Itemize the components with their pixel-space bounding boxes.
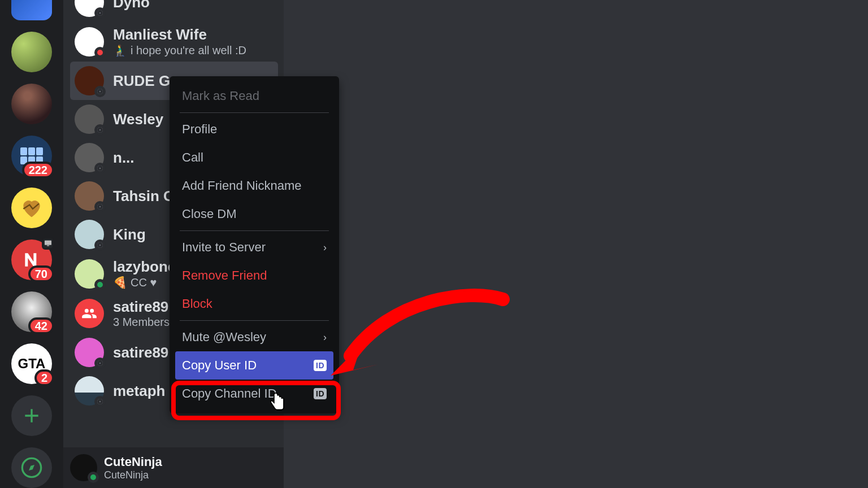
- self-username: CuteNinja: [104, 455, 162, 469]
- chevron-right-icon: ›: [323, 242, 327, 254]
- dm-name: metaph: [113, 382, 165, 400]
- group-avatar: [75, 299, 104, 328]
- dm-name: Tahsin C: [113, 188, 174, 205]
- server-list: 222 70 42 GTA 2: [0, 0, 63, 488]
- user-footer[interactable]: CuteNinja CuteNinja: [63, 447, 284, 488]
- dm-name: Dyno: [113, 0, 150, 11]
- presence-online-icon: [88, 472, 99, 483]
- ctx-block[interactable]: Block: [175, 290, 333, 318]
- svg-rect-1: [47, 245, 49, 246]
- separator: [180, 112, 329, 113]
- server-badge: 222: [22, 162, 54, 178]
- dm-name: Manliest Wife: [113, 26, 246, 43]
- server-icon[interactable]: [11, 84, 52, 124]
- ctx-remove-friend[interactable]: Remove Friend: [175, 262, 333, 290]
- presence-online-icon: [94, 279, 106, 290]
- emoji-icon: 🍕: [113, 276, 127, 289]
- id-badge-icon: ID: [314, 360, 327, 371]
- server-icon[interactable]: 42: [11, 291, 52, 332]
- ctx-invite-to-server[interactable]: Invite to Server›: [175, 233, 333, 262]
- server-badge: 2: [34, 369, 54, 386]
- presence-offline-icon: [94, 124, 106, 136]
- dm-name: satire89: [113, 344, 168, 361]
- presence-offline-icon: [94, 86, 106, 97]
- dm-item[interactable]: Dyno: [70, 0, 278, 21]
- separator: [180, 230, 329, 231]
- server-icon[interactable]: 70: [11, 239, 52, 280]
- server-icon[interactable]: [11, 32, 52, 72]
- ctx-copy-user-id[interactable]: Copy User IDID: [175, 351, 333, 380]
- ctx-profile[interactable]: Profile: [175, 115, 333, 143]
- presence-offline-icon: [94, 7, 106, 19]
- presence-dnd-icon: [94, 47, 106, 58]
- presence-offline-icon: [94, 396, 106, 407]
- presence-offline-icon: [94, 201, 106, 212]
- self-subtext: CuteNinja: [104, 469, 162, 481]
- compass-icon: [20, 456, 43, 479]
- dm-name: lazybone: [113, 258, 176, 276]
- main-content: [284, 0, 868, 488]
- server-icon-partial[interactable]: [11, 0, 52, 20]
- presence-offline-icon: [94, 163, 106, 174]
- separator: [180, 320, 329, 321]
- dm-name: n...: [113, 149, 134, 167]
- ctx-close-dm[interactable]: Close DM: [175, 200, 333, 228]
- monitor-icon: [42, 237, 54, 250]
- ctx-call[interactable]: Call: [175, 143, 333, 172]
- server-badge: 42: [28, 317, 54, 334]
- heart-icon: [19, 195, 44, 220]
- plus-icon: [20, 404, 43, 427]
- dm-item[interactable]: Manliest Wife 🧎‍♂️i hope you're all well…: [70, 21, 278, 62]
- ctx-copy-channel-id[interactable]: Copy Channel IDID: [175, 380, 333, 408]
- add-server-button[interactable]: [11, 395, 52, 436]
- emoji-icon: 🧎‍♂️: [113, 43, 127, 57]
- presence-offline-icon: [94, 358, 106, 369]
- dm-name: RUDE G: [113, 72, 170, 90]
- context-menu: Mark as Read Profile Call Add Friend Nic…: [170, 76, 339, 413]
- svg-rect-0: [45, 241, 51, 245]
- dm-name: King: [113, 226, 146, 243]
- ctx-mark-as-read: Mark as Read: [175, 82, 333, 110]
- server-badge: 70: [28, 265, 54, 282]
- people-icon: [81, 306, 97, 321]
- dm-status: 🧎‍♂️i hope you're all well :D: [113, 43, 246, 57]
- ctx-add-nickname[interactable]: Add Friend Nickname: [175, 172, 333, 200]
- ctx-mute[interactable]: Mute @Wesley›: [175, 323, 333, 351]
- explore-servers-button[interactable]: [11, 447, 52, 488]
- chevron-right-icon: ›: [323, 332, 327, 343]
- server-icon[interactable]: [11, 188, 52, 228]
- server-icon[interactable]: GTA 2: [11, 343, 52, 384]
- dm-members: 3 Members: [113, 316, 170, 329]
- server-icon[interactable]: 222: [11, 136, 52, 176]
- dm-name: satire89: [113, 298, 170, 316]
- dm-status: 🍕CC ♥: [113, 276, 176, 289]
- id-badge-icon: ID: [314, 388, 327, 399]
- dm-name: Wesley: [113, 111, 163, 128]
- presence-offline-icon: [94, 239, 106, 251]
